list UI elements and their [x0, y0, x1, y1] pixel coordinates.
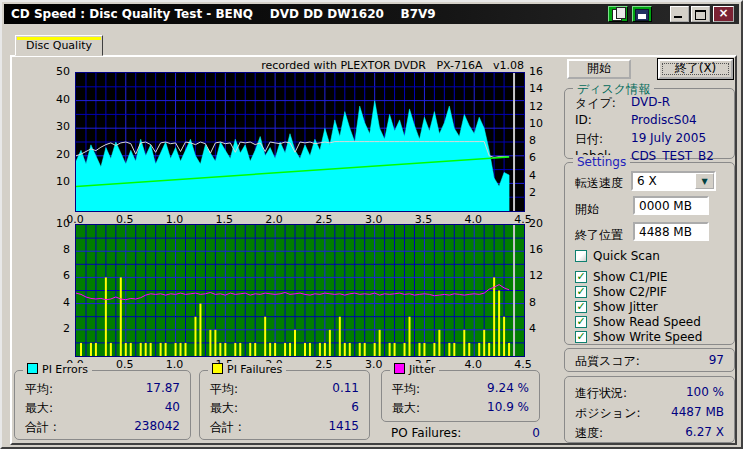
recorded-with-note: recorded with PLEXTOR DVDR PX-716A v1.08	[242, 59, 524, 72]
progress-group: 進行状況:100 %ポジション:4487 MB速度:6.27 X	[564, 376, 735, 443]
y-right-tick: 14	[529, 82, 543, 95]
chevron-down-icon[interactable]: ▼	[695, 173, 714, 189]
checkbox-label: Show C2/PIF	[593, 285, 667, 299]
close-button[interactable]: ×	[713, 6, 734, 22]
check-icon: ✓	[576, 287, 586, 297]
jitter-1-value: 10.9 %	[487, 400, 529, 414]
floppy-glyph	[635, 9, 649, 21]
end-pos-label: 終了位置	[575, 227, 623, 244]
y-right-tick: 12	[529, 269, 543, 282]
checkbox-box[interactable]	[575, 250, 587, 262]
quality-score-row: 品質スコア: 97	[575, 353, 724, 369]
disc-info-value: 19 July 2005	[631, 131, 706, 145]
y-right-tick: 8	[529, 134, 536, 147]
pi-errors-0-row: 平均:17.87	[25, 381, 180, 397]
checkbox-show-write-speed[interactable]: ✓Show Write Speed	[575, 330, 725, 345]
window-title: CD Speed : Disc Quality Test - BENQ DVD …	[4, 4, 739, 24]
pi-errors-chart	[75, 72, 525, 212]
checkbox-label: Show Jitter	[593, 300, 658, 314]
progress-1-label: ポジション:	[575, 405, 640, 422]
pi-failures-1-label: 最大:	[210, 400, 238, 417]
pi-failures-0-row: 平均:0.11	[210, 381, 359, 397]
pi-errors-0-value: 17.87	[146, 381, 180, 395]
progress-0-row: 進行状況:100 %	[575, 385, 724, 401]
disc-info-value: ProdiscS04	[631, 113, 697, 127]
checkbox-quick-scan[interactable]: Quick Scan	[575, 249, 725, 264]
jitter-1-row: 最大:10.9 %	[392, 400, 529, 416]
checkbox-show-jitter[interactable]: ✓Show Jitter	[575, 300, 725, 315]
pi-failures-0-value: 0.11	[332, 381, 359, 395]
progress-2-value: 6.27 X	[685, 425, 724, 439]
checkbox-show-c2-pif[interactable]: ✓Show C2/PIF	[575, 285, 725, 300]
minimize-button[interactable]	[670, 6, 689, 22]
speed-combo[interactable]: 6 X ▼	[631, 171, 716, 191]
pi-errors-legend-swatch	[27, 363, 38, 374]
end-pos-input[interactable]	[633, 222, 709, 241]
checkbox-box[interactable]: ✓	[575, 301, 587, 313]
check-icon: ✓	[576, 317, 586, 327]
start-button[interactable]: 開始	[567, 59, 631, 79]
maximize-button[interactable]	[691, 6, 710, 22]
start-button-label: 開始	[569, 61, 629, 76]
check-icon: ✓	[576, 302, 586, 312]
checkbox-box[interactable]: ✓	[575, 316, 587, 328]
speed-combo-value: 6 X	[637, 174, 657, 188]
y-left-tick: 6	[63, 269, 70, 282]
settings-group: Settings 転送速度 6 X ▼ 開始 終了位置 Quick Scan✓S…	[564, 162, 735, 345]
pi-failures-legend-swatch	[212, 363, 223, 374]
y-right-tick: 8	[529, 296, 536, 309]
y-right-tick: 16	[529, 243, 543, 256]
pi-errors-legend: PI Errors	[23, 363, 92, 376]
save-icon[interactable]	[632, 6, 652, 22]
checkbox-show-c1-pie[interactable]: ✓Show C1/PIE	[575, 270, 725, 285]
pi-errors-2-label: 合計 :	[25, 419, 57, 436]
pi-failures-jitter-chart	[75, 224, 525, 357]
pi-errors-0-label: 平均:	[25, 381, 53, 398]
progress-2-row: 速度:6.27 X	[575, 425, 724, 441]
y-left-tick: 50	[56, 65, 70, 78]
progress-1-value: 4487 MB	[671, 405, 724, 419]
pi-failures-0-label: 平均:	[210, 381, 238, 398]
checkbox-box[interactable]: ✓	[575, 271, 587, 283]
jitter-legend-swatch	[394, 363, 405, 374]
pages-glyph	[612, 9, 622, 21]
check-icon: ✓	[576, 332, 586, 342]
jitter-1-label: 最大:	[392, 400, 420, 417]
pi-failures-1-value: 6	[351, 400, 359, 414]
focus-rect	[662, 63, 729, 75]
pi-errors-2-row: 合計 :238042	[25, 419, 180, 435]
copy-icon[interactable]	[608, 6, 628, 22]
check-icon: ✓	[576, 272, 586, 282]
y-left-tick: 10	[56, 217, 70, 230]
y-right-tick: 20	[529, 217, 543, 230]
checkbox-label: Quick Scan	[593, 249, 660, 263]
exit-button[interactable]: 終了(X)	[658, 59, 733, 79]
quality-score-value: 97	[709, 353, 724, 367]
y-left-tick: 8	[63, 243, 70, 256]
y-left-tick: 20	[56, 148, 70, 161]
progress-0-label: 進行状況:	[575, 385, 627, 402]
checkbox-box[interactable]: ✓	[575, 286, 587, 298]
checkbox-show-read-speed[interactable]: ✓Show Read Speed	[575, 315, 725, 330]
y-right-tick: 12	[529, 100, 543, 113]
title-bar[interactable]: CD Speed : Disc Quality Test - BENQ DVD …	[4, 4, 739, 24]
po-failures-value: 0	[532, 426, 540, 440]
progress-2-label: 速度:	[575, 425, 603, 442]
jitter-legend: Jitter	[390, 363, 439, 376]
jitter-0-row: 平均:9.24 %	[392, 381, 529, 397]
y-right-tick: 16	[529, 65, 543, 78]
pi-errors-1-label: 最大:	[25, 400, 53, 417]
checkbox-box[interactable]: ✓	[575, 331, 587, 343]
settings-title: Settings	[573, 155, 630, 169]
quality-score-label: 品質スコア:	[575, 353, 640, 370]
jitter-box: Jitter平均:9.24 %最大:10.9 %	[381, 370, 540, 422]
checkbox-label: Show C1/PIE	[593, 270, 668, 284]
pi-failures-2-value: 1415	[328, 419, 359, 433]
start-pos-input[interactable]	[633, 196, 709, 215]
y-right-tick: 10	[529, 117, 543, 130]
disc-info-label: ID:	[575, 113, 592, 127]
pi-errors-2-value: 238042	[134, 419, 180, 433]
tab-disc-quality[interactable]: Disc Quality	[15, 35, 103, 56]
disc-info-row: ID:ProdiscS04	[575, 113, 724, 129]
jitter-0-value: 9.24 %	[487, 381, 529, 395]
